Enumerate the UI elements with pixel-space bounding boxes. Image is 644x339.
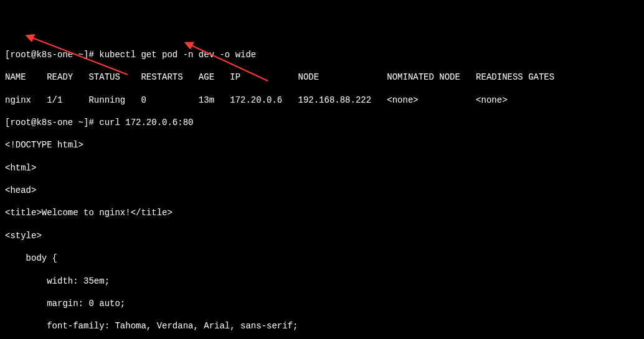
- terminal-screen[interactable]: { "prompt1": "[root@k8s-one ~]# kubectl …: [0, 0, 644, 339]
- output-line-1: <html>: [5, 162, 639, 174]
- output-line-7: margin: 0 auto;: [5, 298, 639, 309]
- prompt-line-2: [root@k8s-one ~]# curl 172.20.0.6:80: [5, 117, 639, 128]
- output-line-3: <title>Welcome to nginx!</title>: [5, 207, 639, 218]
- table-headers: NAME READY STATUS RESTARTS AGE IP NODE N…: [5, 72, 639, 83]
- output-line-4: <style>: [5, 230, 639, 241]
- output-line-0: <!DOCTYPE html>: [5, 139, 639, 151]
- output-line-2: <head>: [5, 185, 639, 196]
- output-line-5: body {: [5, 253, 639, 264]
- output-line-8: font-family: Tahoma, Verdana, Arial, san…: [5, 320, 639, 332]
- table-row: nginx 1/1 Running 0 13m 172.20.0.6 192.1…: [5, 95, 639, 106]
- prompt-line-1: [root@k8s-one ~]# kubectl get pod -n dev…: [5, 49, 639, 60]
- output-line-6: width: 35em;: [5, 276, 639, 287]
